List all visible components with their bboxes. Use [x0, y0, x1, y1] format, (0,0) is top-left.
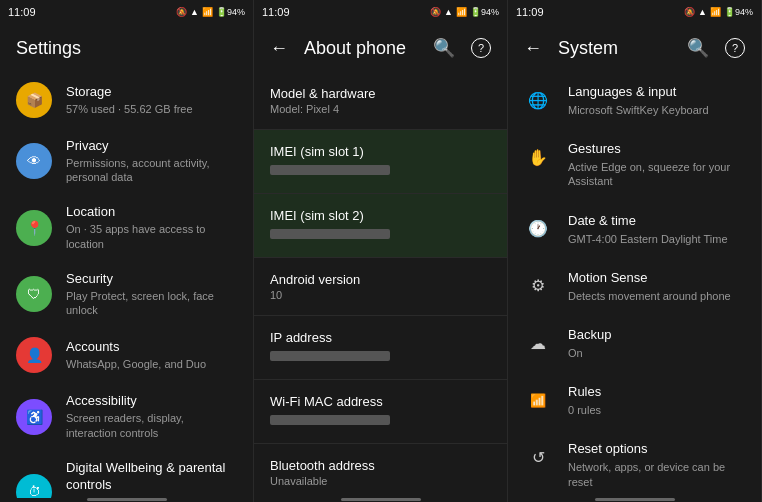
- back-button-2[interactable]: ←: [270, 38, 288, 59]
- system-item-motion[interactable]: ⚙ Motion Sense Detects movement around p…: [508, 258, 761, 315]
- panel-system: 11:09 🔕 ▲ 📶 🔋94% ← System 🔍 ? 🌐 Language…: [508, 0, 762, 502]
- battery-icon: 🔋94%: [216, 7, 245, 17]
- about-model-value: Model: Pixel 4: [270, 103, 491, 115]
- security-text: Security Play Protect, screen lock, face…: [66, 271, 237, 317]
- wifi-icon-2: ▲: [444, 7, 453, 17]
- status-time-2: 11:09: [262, 6, 290, 18]
- about-wifi[interactable]: Wi-Fi MAC address: [254, 380, 507, 444]
- system-header-title: System: [558, 38, 671, 59]
- backup-icon: ☁: [524, 329, 552, 357]
- about-model-label: Model & hardware: [270, 86, 491, 101]
- settings-title: Settings: [16, 38, 237, 59]
- language-title: Languages & input: [568, 84, 745, 101]
- about-wifi-value: [270, 415, 390, 425]
- about-android-label: Android version: [270, 272, 491, 287]
- search-button-3[interactable]: 🔍: [687, 37, 709, 59]
- motion-icon: ⚙: [524, 272, 552, 300]
- status-time-3: 11:09: [516, 6, 544, 18]
- system-item-gestures[interactable]: ✋ Gestures Active Edge on, squeeze for y…: [508, 129, 761, 200]
- security-title: Security: [66, 271, 237, 288]
- accounts-icon: 👤: [16, 337, 52, 373]
- privacy-text: Privacy Permissions, account activity, p…: [66, 138, 237, 184]
- accessibility-icon: ♿: [16, 399, 52, 435]
- motion-text: Motion Sense Detects movement around pho…: [568, 270, 745, 303]
- language-icon: 🌐: [524, 86, 552, 114]
- help-button-3[interactable]: ?: [725, 38, 745, 58]
- about-ip-label: IP address: [270, 330, 491, 345]
- motion-subtitle: Detects movement around phone: [568, 289, 745, 303]
- aboutphone-header-title: About phone: [304, 38, 417, 59]
- about-imei1-value: [270, 165, 390, 175]
- battery-icon-3: 🔋94%: [724, 7, 753, 17]
- about-bluetooth-label: Bluetooth address: [270, 458, 491, 473]
- wellbeing-icon: ⏱: [16, 474, 52, 498]
- about-model[interactable]: Model & hardware Model: Pixel 4: [254, 72, 507, 130]
- settings-list: 📦 Storage 57% used · 55.62 GB free 👁 Pri…: [0, 72, 253, 498]
- datetime-text: Date & time GMT-4:00 Eastern Daylight Ti…: [568, 213, 745, 246]
- status-bar-3: 11:09 🔕 ▲ 📶 🔋94%: [508, 0, 761, 24]
- privacy-title: Privacy: [66, 138, 237, 155]
- settings-item-accounts[interactable]: 👤 Accounts WhatsApp, Google, and Duo: [0, 327, 253, 383]
- home-indicator-2: [341, 498, 421, 501]
- search-button-2[interactable]: 🔍: [433, 37, 455, 59]
- about-imei1[interactable]: IMEI (sim slot 1): [254, 130, 507, 194]
- accounts-title: Accounts: [66, 339, 237, 356]
- system-item-datetime[interactable]: 🕐 Date & time GMT-4:00 Eastern Daylight …: [508, 201, 761, 258]
- system-item-reset[interactable]: ↺ Reset options Network, apps, or device…: [508, 429, 761, 498]
- system-header: ← System 🔍 ?: [508, 24, 761, 72]
- about-imei2[interactable]: IMEI (sim slot 2): [254, 194, 507, 258]
- motion-title: Motion Sense: [568, 270, 745, 287]
- backup-text: Backup On: [568, 327, 745, 360]
- help-button-2[interactable]: ?: [471, 38, 491, 58]
- accessibility-subtitle: Screen readers, display, interaction con…: [66, 411, 237, 440]
- accounts-subtitle: WhatsApp, Google, and Duo: [66, 357, 237, 371]
- back-button-3[interactable]: ←: [524, 38, 542, 59]
- settings-item-storage[interactable]: 📦 Storage 57% used · 55.62 GB free: [0, 72, 253, 128]
- about-ip-value: [270, 351, 390, 361]
- location-title: Location: [66, 204, 237, 221]
- gestures-subtitle: Active Edge on, squeeze for your Assista…: [568, 160, 745, 189]
- status-time-1: 11:09: [8, 6, 36, 18]
- about-ip[interactable]: IP address: [254, 316, 507, 380]
- settings-item-privacy[interactable]: 👁 Privacy Permissions, account activity,…: [0, 128, 253, 194]
- status-bar-1: 11:09 🔕 ▲ 📶 🔋94%: [0, 0, 253, 24]
- wifi-icon: ▲: [190, 7, 199, 17]
- settings-header: Settings: [0, 24, 253, 72]
- settings-item-accessibility[interactable]: ♿ Accessibility Screen readers, display,…: [0, 383, 253, 449]
- storage-text: Storage 57% used · 55.62 GB free: [66, 84, 237, 116]
- reset-subtitle: Network, apps, or device can be reset: [568, 460, 745, 489]
- system-list: 🌐 Languages & input Microsoft SwiftKey K…: [508, 72, 761, 498]
- gestures-title: Gestures: [568, 141, 745, 158]
- security-icon: 🛡: [16, 276, 52, 312]
- security-subtitle: Play Protect, screen lock, face unlock: [66, 289, 237, 318]
- home-indicator-3: [595, 498, 675, 501]
- about-imei2-label: IMEI (sim slot 2): [270, 208, 491, 223]
- signal-icon-3: 📶: [710, 7, 721, 17]
- settings-item-location[interactable]: 📍 Location On · 35 apps have access to l…: [0, 194, 253, 260]
- accounts-text: Accounts WhatsApp, Google, and Duo: [66, 339, 237, 371]
- reset-text: Reset options Network, apps, or device c…: [568, 441, 745, 488]
- system-item-backup[interactable]: ☁ Backup On: [508, 315, 761, 372]
- about-wifi-label: Wi-Fi MAC address: [270, 394, 491, 409]
- signal-icon: 📶: [202, 7, 213, 17]
- system-item-rules[interactable]: 📶 Rules 0 rules: [508, 372, 761, 429]
- system-item-language[interactable]: 🌐 Languages & input Microsoft SwiftKey K…: [508, 72, 761, 129]
- status-icons-1: 🔕 ▲ 📶 🔋94%: [176, 7, 245, 17]
- rules-title: Rules: [568, 384, 745, 401]
- status-icons-2: 🔕 ▲ 📶 🔋94%: [430, 7, 499, 17]
- about-bluetooth[interactable]: Bluetooth address Unavailable: [254, 444, 507, 498]
- about-android[interactable]: Android version 10: [254, 258, 507, 316]
- settings-item-security[interactable]: 🛡 Security Play Protect, screen lock, fa…: [0, 261, 253, 327]
- reset-icon: ↺: [524, 443, 552, 471]
- backup-title: Backup: [568, 327, 745, 344]
- storage-icon: 📦: [16, 82, 52, 118]
- status-bar-2: 11:09 🔕 ▲ 📶 🔋94%: [254, 0, 507, 24]
- wellbeing-title: Digital Wellbeing & parental controls: [66, 460, 237, 494]
- about-imei2-value: [270, 229, 390, 239]
- bottom-bar-1: [0, 498, 253, 502]
- location-icon: 📍: [16, 210, 52, 246]
- settings-item-wellbeing[interactable]: ⏱ Digital Wellbeing & parental controls …: [0, 450, 253, 498]
- datetime-title: Date & time: [568, 213, 745, 230]
- rules-text: Rules 0 rules: [568, 384, 745, 417]
- bottom-bar-3: [508, 498, 761, 502]
